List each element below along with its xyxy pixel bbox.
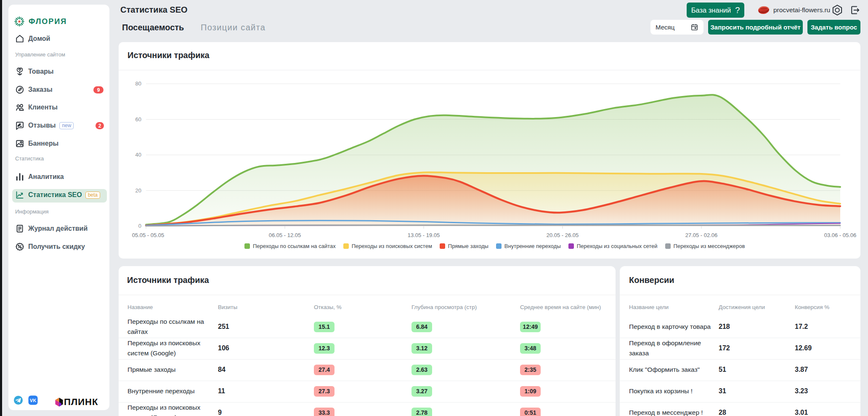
svg-text:VK: VK (30, 398, 36, 403)
